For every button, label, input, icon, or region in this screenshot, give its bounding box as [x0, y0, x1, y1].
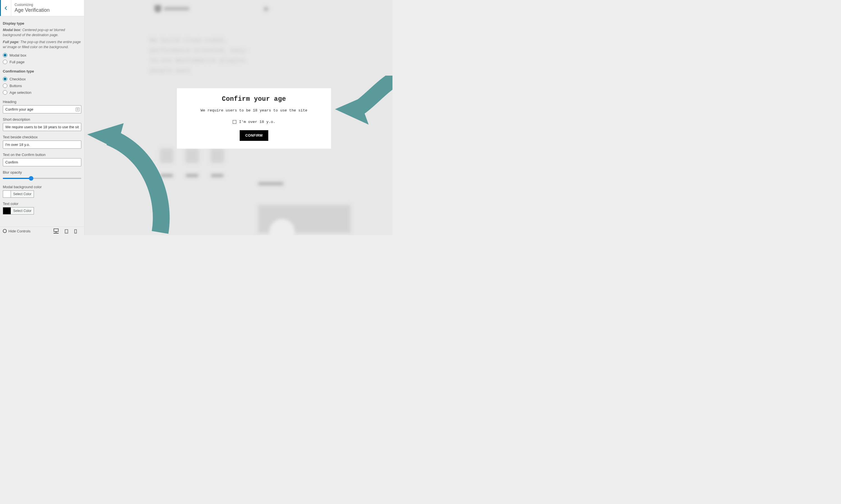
svg-point-4: [75, 232, 76, 233]
customizer-sidebar: Customizing Age Verification Display typ…: [0, 0, 84, 235]
radio-modal-box-input[interactable]: [3, 53, 7, 57]
collapse-icon: [3, 229, 7, 233]
modal-title: Confirm your age: [183, 95, 325, 103]
modal-bg-swatch: [3, 191, 11, 197]
text-color-control[interactable]: Select Color: [3, 207, 34, 215]
radio-checkbox[interactable]: Checkbox: [3, 76, 81, 82]
radio-modal-box[interactable]: Modal box: [3, 52, 81, 58]
page-title: Age Verification: [15, 7, 81, 13]
autofill-icon: ☰: [76, 108, 80, 111]
short-desc-field-label: Short description: [3, 117, 81, 122]
device-mobile[interactable]: [74, 229, 77, 234]
heading-input[interactable]: [3, 105, 81, 113]
checkbox-text-field-label: Text beside checkbox: [3, 135, 81, 139]
text-color-swatch: [3, 208, 11, 214]
radio-buttons-input[interactable]: [3, 84, 7, 88]
heading-field-label: Heading: [3, 100, 81, 104]
header-titles: Customizing Age Verification: [11, 0, 84, 16]
select-color-button[interactable]: Select Color: [11, 191, 34, 197]
age-verification-modal: Confirm your age We require users to be …: [177, 88, 331, 149]
full-page-desc: Full page: The pop-up that covers the en…: [3, 40, 81, 50]
svg-rect-0: [54, 229, 58, 232]
modal-bg-color-label: Modal background color: [3, 185, 81, 189]
confirm-btn-field-label: Text on the Confirm button: [3, 152, 81, 157]
radio-age-selection-input[interactable]: [3, 90, 7, 95]
desktop-icon: [54, 229, 58, 232]
radio-age-selection[interactable]: Age selection: [3, 89, 81, 96]
radio-full-page[interactable]: Full page: [3, 58, 81, 65]
select-color-button-2[interactable]: Select Color: [11, 208, 34, 214]
confirm-button[interactable]: CONFIRM: [240, 130, 268, 141]
back-button[interactable]: [0, 0, 11, 16]
chevron-left-icon: [4, 6, 7, 10]
device-switcher: [54, 229, 81, 234]
age-checkbox[interactable]: [233, 120, 236, 124]
svg-point-2: [66, 232, 67, 233]
sidebar-body: Display type Modal box: Centered pop-up …: [0, 16, 84, 227]
device-desktop[interactable]: [54, 229, 58, 234]
sidebar-footer: Hide Controls: [0, 227, 84, 235]
text-color-label: Text color: [3, 202, 81, 206]
age-checkbox-label: I'm over 18 y.o.: [239, 120, 276, 124]
blur-opacity-slider[interactable]: [3, 176, 81, 181]
mobile-icon: [74, 229, 77, 234]
radio-full-page-input[interactable]: [3, 60, 7, 64]
device-tablet[interactable]: [65, 229, 68, 234]
blur-opacity-label: Blur opacity: [3, 170, 81, 175]
breadcrumb: Customizing: [15, 3, 81, 7]
radio-checkbox-input[interactable]: [3, 77, 7, 81]
confirm-btn-input[interactable]: [3, 158, 81, 166]
sidebar-header: Customizing Age Verification: [0, 0, 84, 16]
modal-box-desc: Modal box: Centered pop-up w/ blurred ba…: [3, 28, 81, 37]
radio-buttons[interactable]: Buttons: [3, 82, 81, 89]
modal-description: We require users to be 18 years to use t…: [183, 108, 325, 112]
display-type-heading: Display type: [3, 21, 81, 25]
short-desc-input[interactable]: [3, 123, 81, 131]
modal-checkbox-row[interactable]: I'm over 18 y.o.: [183, 120, 325, 124]
confirmation-type-heading: Confirmation type: [3, 69, 81, 73]
checkbox-text-input[interactable]: [3, 141, 81, 149]
modal-bg-color-control[interactable]: Select Color: [3, 191, 34, 198]
tablet-icon: [65, 229, 68, 234]
hide-controls-button[interactable]: Hide Controls: [3, 229, 31, 233]
preview-pane: We build clean-coded, performance orient…: [84, 0, 393, 235]
